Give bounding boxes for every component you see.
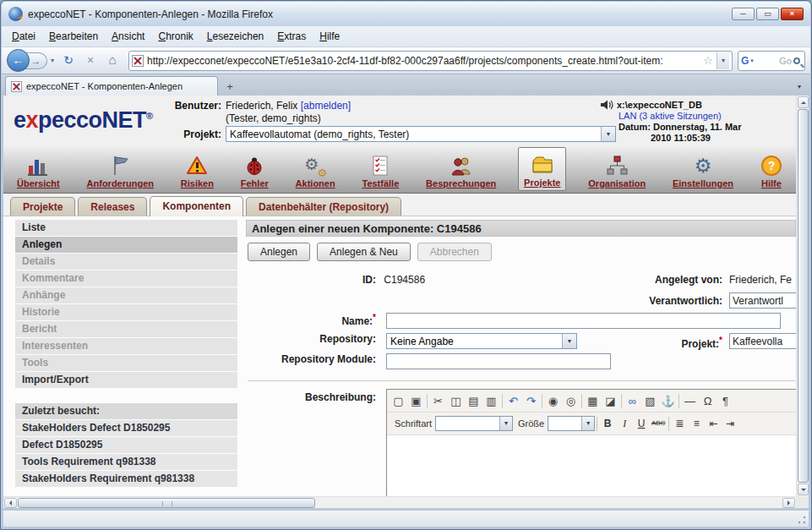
list-all-tabs-icon[interactable]: ▾	[792, 79, 807, 96]
nav-testfaelle[interactable]: Testfälle	[357, 147, 404, 191]
find-replace-icon[interactable]: ◎	[562, 392, 580, 410]
new-document-icon[interactable]: ▢	[390, 392, 407, 410]
recent-item[interactable]: StakeHolders Defect D1850295	[15, 420, 237, 436]
name-input[interactable]	[386, 313, 781, 329]
project-input[interactable]	[729, 333, 796, 349]
nav-aktionen[interactable]: ⚙⚙ Aktionen	[291, 147, 341, 191]
nav-risiken[interactable]: Risiken	[176, 147, 219, 191]
preview-icon[interactable]: ▣	[407, 392, 425, 410]
nav-organisation[interactable]: Organisation	[583, 147, 651, 191]
search-engine-dropdown-icon[interactable]: ▾	[750, 57, 754, 64]
horizontal-scroll-thumb[interactable]	[18, 498, 315, 508]
resize-grip[interactable]	[797, 515, 807, 525]
logout-link[interactable]: [abmelden]	[301, 100, 351, 112]
search-magnifier-icon[interactable]	[793, 57, 800, 64]
menu-lesezeichen[interactable]: Lesezeichen	[200, 28, 270, 45]
sidebar-item-liste[interactable]: Liste	[15, 220, 237, 236]
copy-icon[interactable]: ◫	[447, 392, 465, 410]
lan-status[interactable]: LAN (3 aktive Sitzungen)	[600, 111, 741, 122]
scroll-right-icon[interactable]	[782, 498, 795, 508]
horizontal-scrollbar[interactable]	[3, 496, 796, 508]
vertical-scrollbar[interactable]	[796, 96, 809, 496]
url-bar[interactable]: ☆ ▾	[128, 51, 733, 71]
project-select[interactable]: Kaffeevollautomat (demo_rights, Tester) …	[226, 126, 616, 142]
browser-tab[interactable]: expeccoNET - Komponenten-Anlegen	[5, 76, 218, 96]
description-editor[interactable]: ▢ ▣ ✂ ◫ ▤ ▥ ↶ ↷ ◉ ◎	[386, 389, 796, 496]
cut-icon[interactable]: ✂	[429, 392, 447, 410]
recent-item[interactable]: StakeHolders Requirement q981338	[15, 471, 237, 487]
responsible-input[interactable]	[729, 292, 796, 309]
unordered-list-icon[interactable]: ≡	[688, 415, 705, 432]
anchor-icon[interactable]: ⚓	[659, 392, 677, 410]
nav-fehler[interactable]: Fehler	[236, 147, 274, 191]
anlegen-button[interactable]: Anlegen	[248, 243, 310, 261]
nav-einstellungen[interactable]: ⚙ Einstellungen	[668, 147, 738, 191]
table-icon[interactable]: ▦	[584, 392, 602, 410]
find-icon[interactable]: ◉	[544, 392, 562, 410]
vertical-scroll-thumb[interactable]	[798, 109, 809, 483]
tab-datenbehaelter[interactable]: Datenbehälter (Repository)	[246, 197, 401, 216]
strikethrough-icon[interactable]: ABC	[650, 415, 667, 432]
italic-icon[interactable]: I	[616, 415, 633, 432]
tab-releases[interactable]: Releases	[78, 197, 147, 216]
search-bar[interactable]: G ▾ Go	[738, 51, 805, 71]
restore-button[interactable]: ▭	[756, 8, 779, 20]
link-icon[interactable]: ∞	[624, 392, 641, 410]
underline-icon[interactable]: U	[633, 415, 650, 432]
scroll-up-icon[interactable]	[798, 96, 809, 108]
nav-hilfe[interactable]: ? Hilfe	[755, 147, 787, 191]
undo-icon[interactable]: ↶	[504, 392, 522, 410]
history-dropdown-icon[interactable]: ▾	[47, 52, 57, 69]
url-input[interactable]	[147, 55, 700, 67]
sidebar-item-import-export[interactable]: Import/Export	[15, 372, 237, 388]
home-button[interactable]: ⌂	[102, 51, 123, 71]
special-char-icon[interactable]: Ω	[699, 392, 717, 410]
sidebar-item-anlegen[interactable]: Anlegen	[15, 237, 237, 253]
menu-hilfe[interactable]: Hilfe	[313, 28, 346, 45]
minimize-button[interactable]: ─	[732, 8, 755, 20]
ordered-list-icon[interactable]: ≣	[671, 415, 688, 432]
bold-icon[interactable]: B	[599, 415, 616, 432]
nav-anforderungen[interactable]: Anforderungen	[82, 147, 159, 191]
menu-chronik[interactable]: Chronik	[151, 28, 199, 45]
select-arrow-icon[interactable]: ▼	[581, 417, 594, 430]
select-arrow-icon[interactable]: ▼	[562, 334, 576, 348]
scroll-down-icon[interactable]	[798, 484, 809, 495]
tab-projekte[interactable]: Projekte	[10, 197, 75, 216]
font-select[interactable]: ▼	[435, 416, 513, 431]
menu-ansicht[interactable]: Ansicht	[105, 28, 151, 45]
recent-item[interactable]: Tools Requirement q981338	[15, 454, 237, 470]
back-button[interactable]: ←	[7, 49, 30, 72]
print-icon[interactable]: ▥	[482, 392, 500, 410]
paste-icon[interactable]: ▤	[465, 392, 482, 410]
outdent-icon[interactable]: ⇤	[705, 415, 722, 432]
editor-body[interactable]	[387, 435, 796, 496]
recent-item[interactable]: Defect D1850295	[15, 437, 237, 453]
bookmark-star-icon[interactable]: ☆	[703, 54, 713, 67]
new-tab-button[interactable]: +	[221, 79, 239, 96]
title-bar[interactable]: expeccoNET - Komponenten-Anlegen - Mozil…	[2, 2, 810, 26]
nav-projekte[interactable]: Projekte	[518, 147, 566, 191]
tab-komponenten[interactable]: Komponenten	[150, 196, 243, 216]
nav-besprechungen[interactable]: Besprechungen	[421, 147, 501, 191]
nav-uebersicht[interactable]: Übersicht	[12, 147, 65, 191]
horizontal-rule-icon[interactable]: ―	[681, 392, 699, 410]
menu-datei[interactable]: Datei	[5, 28, 42, 45]
eraser-icon[interactable]: ◪	[602, 392, 619, 410]
reload-button[interactable]: ↻	[58, 51, 79, 71]
indent-icon[interactable]: ⇥	[722, 415, 738, 432]
scroll-left-icon[interactable]	[4, 498, 17, 508]
repository-select[interactable]: Keine Angabe ▼	[386, 333, 577, 349]
paragraph-icon[interactable]: ¶	[717, 392, 734, 410]
menu-bearbeiten[interactable]: Bearbeiten	[42, 28, 105, 45]
close-button[interactable]: ×	[781, 8, 804, 20]
select-arrow-icon[interactable]: ▼	[499, 417, 512, 430]
size-select[interactable]: ▼	[548, 416, 595, 431]
redo-icon[interactable]: ↷	[522, 392, 540, 410]
url-history-button[interactable]: ▾	[717, 52, 729, 69]
menu-extras[interactable]: Extras	[270, 28, 313, 45]
anlegen-neu-button[interactable]: Anlegen & Neu	[317, 243, 411, 261]
stop-button[interactable]: ×	[80, 51, 101, 71]
repository-module-input[interactable]	[386, 353, 611, 369]
image-icon[interactable]: ▧	[641, 392, 659, 410]
